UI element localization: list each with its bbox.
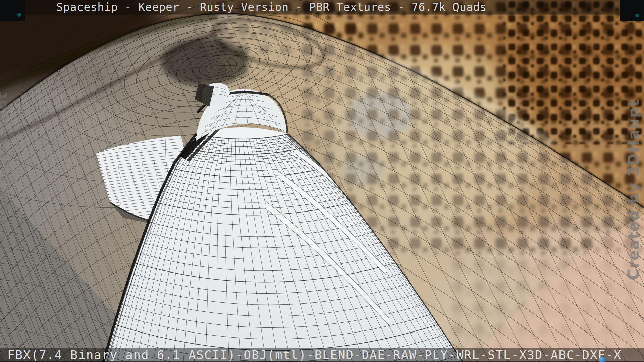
blue-sphere-dot [599,357,606,362]
model-title-text: Spaceship - Keeper - Rusty Version - PBR… [56,0,487,15]
watermark-left-vertical: Created by 3DHaupt [0,98,10,273]
teal-dot-icon [17,13,21,17]
screenshot-root: Created by 3DHaupt Created by 3DHaupt Sp… [0,0,644,362]
title-bar: Spaceship - Keeper - Rusty Version - PBR… [0,0,644,14]
corner-mask-top-right [620,0,644,21]
watermark-right-vertical: Created by 3DHaupt [626,106,641,280]
file-formats-text: FBX(7.4 Binary and 6.1 ASCII)-OBJ(mtl)-B… [7,348,622,361]
teal-dot-icon [635,14,639,17]
corner-mask-top-left [0,0,25,21]
title-bar-edge [0,14,644,15]
viewport-3d-render [0,0,644,362]
format-bar: FBX(7.4 Binary and 6.1 ASCII)-OBJ(mtl)-B… [0,348,644,361]
